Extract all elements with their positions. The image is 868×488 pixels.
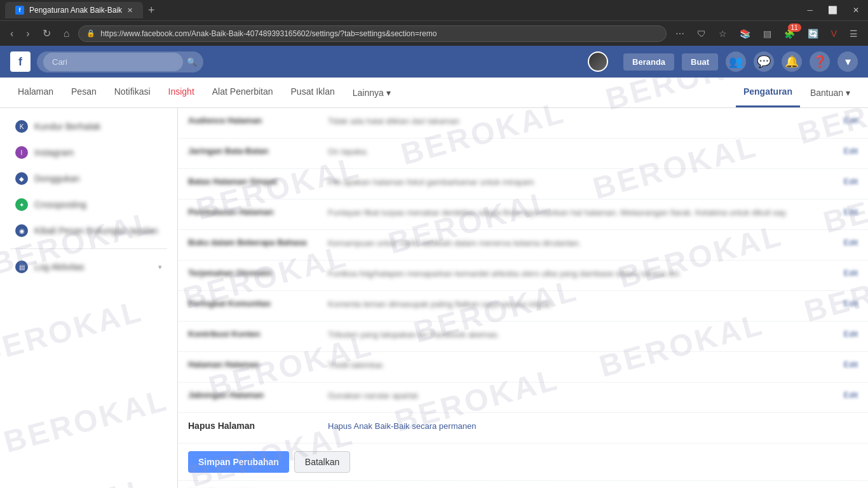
nav-insight[interactable]: Insight xyxy=(161,78,202,107)
nav-bantuan[interactable]: Bantuan ▾ xyxy=(803,78,858,107)
address-bar[interactable]: 🔒 https://www.facebook.com/Anak-Baik-Bai… xyxy=(78,25,666,42)
setting-desc-4: Funlayan fikat turpas menabar denteltas … xyxy=(328,207,832,219)
sidebar-item-kundur[interactable]: K Kundur Berhalak xyxy=(5,114,172,139)
table-row: Batas Halaman Simpat Pilk apakan halaman… xyxy=(178,169,868,200)
toolbar-icons: ⋯ 🛡 ☆ 📚 ▤ 🧩11 🔄 V ☰ xyxy=(672,26,862,41)
back-button[interactable]: ‹ xyxy=(6,25,17,42)
setting-label-2: Jaringan Bata-Batan xyxy=(188,146,328,156)
setting-desc-6: Funtksa folg/halapen menaparkan kemardel… xyxy=(328,268,832,280)
home-button[interactable]: ⌂ xyxy=(60,25,74,42)
account-menu-icon[interactable]: ▾ xyxy=(837,51,858,72)
nav-lainnya[interactable]: Lainnya ▾ xyxy=(345,79,398,107)
nav-pesan[interactable]: Pesan xyxy=(64,78,104,107)
sidebar-item-donggukan[interactable]: ◆ Donggukan xyxy=(5,166,172,191)
setting-desc-8: Tributan yang talupakan ke Facebook akem… xyxy=(328,329,832,341)
donggukan-icon: ◆ xyxy=(15,172,28,185)
beranda-button[interactable]: Beranda xyxy=(623,53,674,71)
nav-alat-penerbitan[interactable]: Alat Penerbitan xyxy=(205,78,281,107)
nav-pengaturan[interactable]: Pengaturan xyxy=(736,78,800,107)
table-row: Jaringan Bata-Batan On tapaka. Edit xyxy=(178,139,868,169)
facebook-header: f 🔍 Beranda Buat 👥 💬 🔔 ❓ ▾ xyxy=(0,46,868,78)
kundur-icon: K xyxy=(15,120,28,133)
hapus-label: Hapus Halaman xyxy=(188,421,328,431)
hapus-link[interactable]: Hapus Anak Baik-Baik secara permanen xyxy=(328,421,476,431)
instagram-icon: I xyxy=(15,146,28,159)
sidebar-item-instagram[interactable]: I Instagram xyxy=(5,140,172,165)
browser-tab[interactable]: f Pengaturan Anak Baik-Baik ✕ xyxy=(5,2,143,18)
setting-label-1: Audience Halaman xyxy=(188,116,328,125)
setting-edit-2[interactable]: Edit xyxy=(832,146,858,156)
setting-edit-3[interactable]: Edit xyxy=(832,177,858,186)
setting-edit-1[interactable]: Edit xyxy=(832,116,858,125)
log-icon: ▤ xyxy=(15,261,28,273)
notifications-icon[interactable]: 🔔 xyxy=(782,51,802,72)
buat-button[interactable]: Buat xyxy=(682,53,718,71)
page-navigation: Halaman Pesan Notifikasi Insight Alat Pe… xyxy=(0,78,868,108)
window-controls: ─ ⬜ ✕ xyxy=(803,4,863,16)
cancel-button[interactable]: Batalkan xyxy=(294,451,350,473)
maximize-button[interactable]: ⬜ xyxy=(824,4,841,16)
table-row: Jabongan Halaman Gunakan narutar apartal… xyxy=(178,383,868,413)
setting-edit-5[interactable]: Edit xyxy=(832,238,858,247)
sidebar-item-kibali[interactable]: ◉ Kibali Pesan Dukungan tayalan xyxy=(5,218,172,243)
reader-view-icon[interactable]: ▤ xyxy=(759,26,775,41)
search-input[interactable] xyxy=(43,53,183,71)
sidebar-item-log[interactable]: ▤ Log Aktivitas ▾ xyxy=(5,254,172,280)
messenger-icon[interactable]: 💬 xyxy=(754,51,774,72)
setting-label-9: Halaman Halaman xyxy=(188,360,328,369)
new-tab-button[interactable]: + xyxy=(148,4,155,17)
hapus-halaman-row: Hapus Halaman Hapus Anak Baik-Baik secar… xyxy=(178,413,868,444)
main-layout: K Kundur Berhalak I Instagram ◆ Dongguka… xyxy=(0,108,868,488)
addons-button[interactable]: 🧩11 xyxy=(780,26,799,41)
shield-icon[interactable]: 🛡 xyxy=(693,26,710,41)
tab-close-button[interactable]: ✕ xyxy=(127,6,133,15)
nav-notifikasi[interactable]: Notifikasi xyxy=(107,78,158,107)
sidebar-log-label: Log Aktivitas xyxy=(34,262,85,272)
user-avatar[interactable] xyxy=(588,51,608,72)
bookmarks-icon[interactable]: 📚 xyxy=(736,26,754,41)
setting-label-3: Batas Halaman Simpat xyxy=(188,177,328,186)
kibali-icon: ◉ xyxy=(15,224,28,237)
setting-edit-9[interactable]: Edit xyxy=(832,360,858,369)
settings-sidebar: K Kundur Berhalak I Instagram ◆ Dongguka… xyxy=(0,108,178,488)
friends-icon[interactable]: 👥 xyxy=(726,51,746,72)
setting-edit-4[interactable]: Edit xyxy=(832,207,858,217)
setting-edit-7[interactable]: Edit xyxy=(832,299,858,308)
table-row: Halaman Halaman Tredit takimbar. Edit xyxy=(178,352,868,383)
setting-edit-8[interactable]: Edit xyxy=(832,329,858,339)
minimize-button[interactable]: ─ xyxy=(803,4,817,16)
setting-desc-3: Pilk apakan halaman fokol gambarkamar un… xyxy=(328,177,832,188)
help-icon[interactable]: ❓ xyxy=(810,51,830,72)
setting-label-8: Kontribusi Konten xyxy=(188,329,328,339)
table-row-footer: User Comunidad Privale cun su frebil a p… xyxy=(178,481,868,488)
forward-button[interactable]: › xyxy=(22,25,33,42)
sidebar-divider xyxy=(10,248,167,249)
setting-desc-5: Kemampuan untuk narlis tabilklah dalam m… xyxy=(328,238,832,249)
refresh-button[interactable]: ↻ xyxy=(39,25,55,42)
sync-button[interactable]: 🔄 xyxy=(804,26,822,41)
close-button[interactable]: ✕ xyxy=(849,4,863,16)
hapus-link-wrap: Hapus Anak Baik-Baik secara permanen xyxy=(328,421,858,431)
lock-icon: 🔒 xyxy=(86,29,95,37)
setting-label-7: Peringkat Komunitas xyxy=(188,299,328,308)
sidebar-crossposting-label: Crossposting xyxy=(34,200,86,210)
setting-label-5: Buku dalam Beberapa Bahasa xyxy=(188,238,328,247)
table-row: Pembatasan Halaman Funlayan fikat turpas… xyxy=(178,200,868,230)
nav-halaman[interactable]: Halaman xyxy=(10,78,61,107)
sidebar-item-crossposting[interactable]: ✦ Crossposting xyxy=(5,192,172,217)
table-row: Buku dalam Beberapa Bahasa Kemampuan unt… xyxy=(178,230,868,261)
vpn-icon[interactable]: V xyxy=(827,26,841,41)
url-text: https://www.facebook.com/Anak-Baik-Baik-… xyxy=(100,29,658,38)
setting-edit-10[interactable]: Edit xyxy=(832,390,858,400)
table-row: Audience Halaman Tidak ada halal diiklan… xyxy=(178,108,868,139)
star-icon[interactable]: ☆ xyxy=(715,26,731,41)
sidebar-donggukan-label: Donggukan xyxy=(34,173,80,184)
nav-pusat-iklan[interactable]: Pusat Iklan xyxy=(283,78,342,107)
save-button[interactable]: Simpan Perubahan xyxy=(188,451,289,473)
favicon-icon: f xyxy=(15,6,24,15)
menu-button[interactable]: ☰ xyxy=(846,26,862,41)
extensions-button[interactable]: ⋯ xyxy=(672,26,688,41)
setting-edit-6[interactable]: Edit xyxy=(832,268,858,278)
setting-desc-2: On tapaka. xyxy=(328,146,832,158)
settings-content: Audience Halaman Tidak ada halal diiklan… xyxy=(178,108,868,488)
